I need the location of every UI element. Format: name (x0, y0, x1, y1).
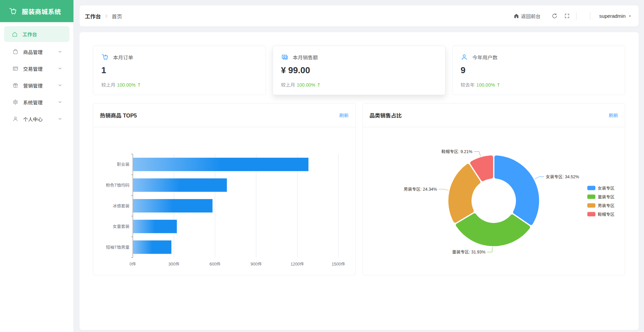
app-logo: 服装商城系统 (0, 0, 73, 22)
user-icon (461, 53, 468, 61)
svg-text:鞋帽专区: 9.21%: 鞋帽专区: 9.21% (441, 149, 472, 154)
refresh-link[interactable]: 刷新 (609, 112, 618, 118)
stat-value: ¥ 99.00 (281, 65, 437, 76)
svg-text:女童套装: 女童套装 (113, 224, 129, 229)
sidebar-item-label: 交易管理 (23, 65, 58, 72)
svg-text:0件: 0件 (129, 262, 136, 267)
chevron-down-icon (58, 66, 62, 71)
sidebar-item-label: 系统管理 (23, 99, 58, 106)
sidebar-item-label: 商品管理 (23, 48, 58, 55)
donut-chart: 女装专区: 34.52%童装专区: 31.93%男装专区: 24.34%鞋帽专区… (363, 127, 625, 275)
topbar: 工作台 首页 返回前台 (79, 5, 639, 27)
user-icon (12, 116, 18, 122)
divider (590, 12, 590, 20)
stat-label: 今年用户数 (472, 54, 497, 61)
stat-card-monthly-orders: 本月订单 1 较上月100.00%↑ (93, 46, 266, 95)
svg-text:男装专区: 24.34%: 男装专区: 24.34% (404, 187, 437, 192)
fullscreen-icon[interactable] (564, 13, 570, 19)
sidebar-menu: 工作台 商品管理 交易管理 (0, 22, 73, 127)
sidebar-item-profile[interactable]: 个人中心 (0, 110, 73, 127)
arrow-up-icon: ↑ (137, 82, 141, 88)
topbar-actions: 返回前台 superadmin (514, 12, 632, 20)
sidebar-item-label: 个人中心 (23, 115, 58, 123)
sidebar-item-system[interactable]: 系统管理 (0, 94, 73, 110)
chevron-down-icon (58, 100, 62, 104)
legend-item[interactable]: 鞋帽专区 (587, 212, 614, 217)
username: superadmin (599, 13, 626, 19)
stat-trend: 较上月100.00%↑ (101, 81, 258, 88)
stat-trend: 较去年100.00%↑ (461, 81, 617, 88)
bar-chart: 0件300件600件900件1200件1500件职业装粉色T恤均码冰感套装女童套… (93, 127, 356, 275)
user-menu[interactable]: superadmin (599, 13, 632, 19)
svg-text:男装专区: 男装专区 (598, 203, 614, 208)
svg-text:童装专区: 31.93%: 童装专区: 31.93% (452, 250, 485, 254)
back-to-front-button[interactable]: 返回前台 (514, 12, 541, 19)
gift-icon (12, 82, 18, 88)
home-icon (514, 13, 519, 19)
category-share-chart-card: 品类销售占比 刷新 女装专区: 34.52%童装专区: 31.93%男装专区: … (363, 103, 626, 275)
svg-text:1500件: 1500件 (332, 262, 345, 267)
chart-title: 品类销售占比 (370, 111, 402, 119)
back-to-front-label: 返回前台 (521, 12, 541, 19)
sidebar-item-trades[interactable]: 交易管理 (0, 60, 73, 77)
legend-item[interactable]: 男装专区 (587, 203, 614, 208)
sidebar-item-products[interactable]: 商品管理 (0, 43, 73, 60)
refresh-link[interactable]: 刷新 (339, 112, 349, 118)
stat-label: 本月订单 (113, 54, 133, 61)
svg-text:冰感套装: 冰感套装 (113, 204, 129, 208)
svg-text:粉色T恤均码: 粉色T恤均码 (106, 183, 129, 188)
sidebar-item-label: 营销管理 (23, 82, 58, 89)
stat-value: 1 (101, 65, 258, 76)
credit-card-icon (12, 65, 18, 72)
arrow-up-icon: ↑ (496, 82, 500, 88)
chevron-down-icon (58, 83, 62, 88)
stat-card-yearly-users: 今年用户数 9 较去年100.00%↑ (452, 46, 625, 95)
breadcrumb: 工作台 首页 (85, 12, 122, 20)
breadcrumb-page: 首页 (112, 12, 122, 20)
top-products-chart-card: 热销商品 TOP5 刷新 0件300件600件900件1200件1500件职业装… (93, 103, 356, 275)
shopping-bag-icon (12, 49, 18, 55)
svg-text:童装专区: 童装专区 (598, 195, 614, 199)
chevron-down-icon (58, 116, 62, 121)
shopping-cart-icon (101, 53, 109, 61)
svg-text:1200件: 1200件 (290, 262, 304, 267)
svg-text:职业装: 职业装 (117, 162, 129, 167)
money-icon (281, 53, 288, 61)
svg-text:女装专区: 女装专区 (598, 186, 614, 191)
stat-label: 本月销售额 (293, 54, 318, 61)
stat-card-monthly-sales: 本月销售额 ¥ 99.00 较上月100.00%↑ (273, 46, 446, 95)
svg-text:女装专区: 34.52%: 女装专区: 34.52% (546, 175, 579, 179)
chevron-down-icon (58, 49, 62, 54)
main-area: 工作台 首页 返回前台 (74, 0, 644, 330)
house-icon (12, 31, 18, 37)
shopping-cart-icon (9, 7, 17, 15)
charts-row: 热销商品 TOP5 刷新 0件300件600件900件1200件1500件职业装… (93, 103, 625, 275)
svg-text:300件: 300件 (168, 262, 179, 267)
chart-title: 热销商品 TOP5 (100, 111, 137, 119)
stats-row: 本月订单 1 较上月100.00%↑ 本月销售额 ¥ 99.00 较上月100.… (93, 46, 625, 95)
refresh-icon[interactable] (552, 13, 557, 19)
svg-text:600件: 600件 (210, 262, 221, 267)
content-panel: 本月订单 1 较上月100.00%↑ 本月销售额 ¥ 99.00 较上月100.… (79, 32, 639, 330)
svg-text:900件: 900件 (251, 262, 262, 267)
chevron-right-icon (104, 14, 109, 18)
sidebar-item-label: 工作台 (22, 31, 62, 38)
legend-item[interactable]: 女装专区 (587, 186, 614, 191)
sidebar-item-marketing[interactable]: 营销管理 (0, 77, 73, 94)
gear-icon (12, 99, 18, 105)
divider (576, 12, 577, 20)
stat-trend: 较上月100.00%↑ (281, 81, 437, 88)
sidebar: 服装商城系统 工作台 商品管理 交易管理 (0, 0, 74, 332)
svg-text:短袖T恤男童: 短袖T恤男童 (106, 245, 129, 250)
arrow-up-icon: ↑ (317, 82, 321, 88)
legend-item[interactable]: 童装专区 (587, 195, 614, 199)
breadcrumb-root[interactable]: 工作台 (85, 12, 101, 20)
stat-value: 9 (461, 65, 617, 76)
svg-text:鞋帽专区: 鞋帽专区 (598, 212, 614, 217)
caret-down-icon (628, 14, 632, 18)
app-title: 服装商城系统 (22, 7, 61, 16)
sidebar-item-workbench[interactable]: 工作台 (4, 26, 69, 42)
